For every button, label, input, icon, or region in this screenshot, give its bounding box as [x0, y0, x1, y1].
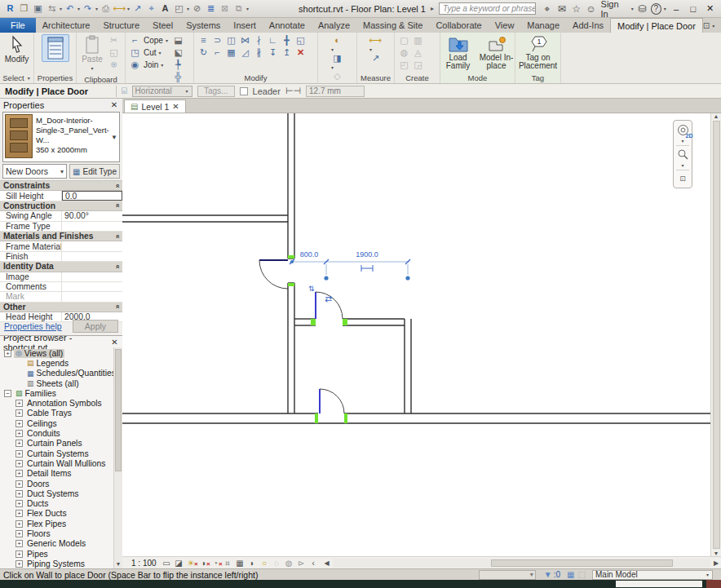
section-identity-data[interactable]: Identity Data» [0, 262, 122, 272]
tree-expander-icon[interactable]: + [15, 490, 23, 497]
override-graphics-icon-caret[interactable]: ▾ [331, 64, 343, 70]
property-value[interactable] [62, 241, 122, 250]
scroll-left-icon[interactable]: ◀ [322, 559, 332, 567]
hide-elements-icon[interactable]: ◇ [330, 70, 344, 82]
copy-to-clipboard-icon[interactable]: ◱ [107, 46, 121, 59]
tab-insert[interactable]: Insert [227, 18, 263, 33]
dimension-grip[interactable] [290, 260, 294, 263]
tab-systems[interactable]: Systems [179, 18, 227, 33]
split-element-icon[interactable]: ∤ [252, 34, 266, 46]
door-being-placed[interactable]: ⇅ ⇄ [308, 285, 347, 325]
tree-expander-icon[interactable]: + [15, 510, 23, 517]
delete-icon[interactable]: ✕ [294, 46, 307, 59]
scroll-up-icon[interactable]: ▲ [714, 113, 719, 119]
cope-button[interactable]: ⌐Cope▾ [128, 34, 169, 46]
show-crop-region-icon[interactable]: ▦ [234, 557, 246, 569]
undo-icon[interactable]: ↶ [63, 2, 77, 15]
detail-level-icon[interactable]: ▭ [161, 557, 173, 569]
tab-steel[interactable]: Steel [146, 18, 179, 33]
visibility-graphics-icon[interactable]: ◐ [330, 34, 344, 46]
show-analytical-model-icon[interactable]: ◍ [283, 557, 295, 569]
default-3d-view-icon-caret[interactable]: ▾ [187, 6, 189, 11]
project-browser-close-icon[interactable]: ✕ [110, 338, 119, 347]
property-value[interactable] [62, 292, 122, 301]
browser-scroll-down-icon[interactable]: ▼ [114, 559, 122, 568]
section-construction[interactable]: Construction» [0, 201, 122, 211]
cut-button-caret[interactable]: ▾ [159, 50, 161, 55]
witness-grip-right[interactable] [405, 276, 409, 280]
tag-on-placement-button[interactable]: 1 Tag on Placement [520, 34, 557, 71]
section-collapse-icon[interactable]: » [113, 204, 121, 208]
tree-expander-icon[interactable]: + [15, 540, 23, 547]
align-icon[interactable]: ≡ [197, 34, 210, 46]
override-graphics-icon[interactable]: ◨ [330, 52, 344, 64]
cut-profile-icon[interactable]: ⬓ [171, 34, 185, 46]
temporary-dimension[interactable]: 800.0 1900.0 [290, 250, 410, 281]
sun-path-icon[interactable]: ☀× [185, 557, 197, 569]
wall-joins-icon[interactable]: ╄ [171, 59, 185, 71]
browser-item-legends[interactable]: ▤Legends [0, 358, 122, 368]
ribbon-display-caret[interactable]: ▾ [712, 23, 714, 29]
panel-label-select[interactable]: Select▾ [0, 73, 33, 83]
save-group-icon[interactable]: ◲ [411, 59, 425, 71]
measure-icon[interactable]: ⟷ [113, 2, 126, 15]
tree-expander-icon[interactable]: + [15, 470, 23, 477]
flip-horizontal-control[interactable]: ⇄ [325, 294, 332, 303]
tree-expander-icon[interactable]: + [15, 450, 23, 458]
zoom-caret[interactable]: ▾ [681, 162, 683, 168]
browser-item-generic-models[interactable]: +Generic Models [0, 539, 122, 549]
worksets-icon[interactable]: ⬚ [578, 570, 586, 579]
browser-item-schedules-quantities-all-[interactable]: ▦Schedules/Quantities (all) [0, 369, 122, 378]
tree-expander-icon[interactable]: − [4, 390, 11, 397]
tab-structure[interactable]: Structure [96, 18, 146, 33]
switch-windows-icon-caret[interactable]: ▾ [246, 6, 249, 11]
join-button[interactable]: ◉Join▾ [128, 59, 169, 71]
panel-label-modify[interactable]: Modify [194, 73, 317, 83]
panel-label-mode[interactable]: Mode [440, 73, 515, 83]
app-store-cart-icon[interactable]: ⛁ [636, 2, 649, 15]
panel-label-clipboard[interactable]: Clipboard [77, 75, 125, 84]
tab-add-ins[interactable]: Add-Ins [566, 18, 610, 33]
load-as-group-icon[interactable]: ◰ [397, 59, 411, 71]
browser-scrollbar-thumb[interactable] [115, 349, 122, 471]
array-icon[interactable]: ▦ [224, 46, 238, 59]
tree-expander-icon[interactable]: + [15, 400, 23, 407]
tree-expander-icon[interactable]: + [15, 520, 23, 528]
aligned-dimension-icon[interactable]: ↗ [130, 2, 144, 15]
move-icon[interactable]: ╋ [280, 34, 294, 46]
browser-item-conduits[interactable]: +Conduits [0, 428, 122, 438]
browser-item-detail-items[interactable]: +Detail Items [0, 469, 122, 479]
temporary-hide-isolate-icon[interactable]: ◗ [246, 557, 259, 569]
reveal-hidden-elements-icon[interactable]: ○ [259, 557, 271, 569]
door-lower[interactable] [315, 389, 347, 423]
tree-expander-icon[interactable]: + [15, 480, 23, 488]
steering-wheel-icon[interactable]: 2D [677, 123, 689, 136]
mirror-pick-axis-icon[interactable]: ◫ [224, 34, 238, 46]
property-value[interactable]: 0.0 [62, 191, 122, 200]
sign-in-caret[interactable]: ▾ [631, 6, 634, 11]
section-other[interactable]: Other» [0, 303, 122, 312]
property-value[interactable]: 90.00° [62, 211, 122, 220]
tab-architecture[interactable]: Architecture [36, 18, 97, 33]
save-icon[interactable]: ▣ [31, 2, 45, 15]
property-value[interactable] [62, 252, 122, 261]
tags-button[interactable]: Tags... [197, 86, 235, 97]
help-icon[interactable]: ? [651, 3, 661, 15]
leader-offset-field[interactable]: 12.7 mm [306, 86, 365, 97]
browser-item-curtain-systems[interactable]: +Curtain Systems [0, 449, 122, 458]
tree-expander-icon[interactable]: + [15, 460, 23, 467]
browser-item-pipes[interactable]: +Pipes [0, 549, 122, 559]
tab-analyze[interactable]: Analyze [312, 18, 356, 33]
panel-label-tag[interactable]: Tag [515, 73, 560, 83]
leader-checkbox[interactable] [240, 87, 248, 95]
panel-label-create[interactable]: Create [395, 73, 440, 83]
default-3d-view-icon[interactable]: ◰ [172, 2, 186, 15]
text-icon[interactable]: A [158, 2, 172, 15]
sign-in-button[interactable]: Sign In [601, 0, 627, 19]
browser-item-flex-ducts[interactable]: +Flex Ducts [0, 509, 122, 519]
flip-vertical-control[interactable]: ⇅ [308, 285, 315, 293]
drawing-canvas[interactable]: ⇅ ⇄ [122, 113, 710, 556]
thin-lines-icon[interactable]: ≣ [204, 2, 218, 15]
user-avatar-icon[interactable]: ☺ [585, 2, 598, 15]
section-collapse-icon[interactable]: » [113, 264, 121, 268]
